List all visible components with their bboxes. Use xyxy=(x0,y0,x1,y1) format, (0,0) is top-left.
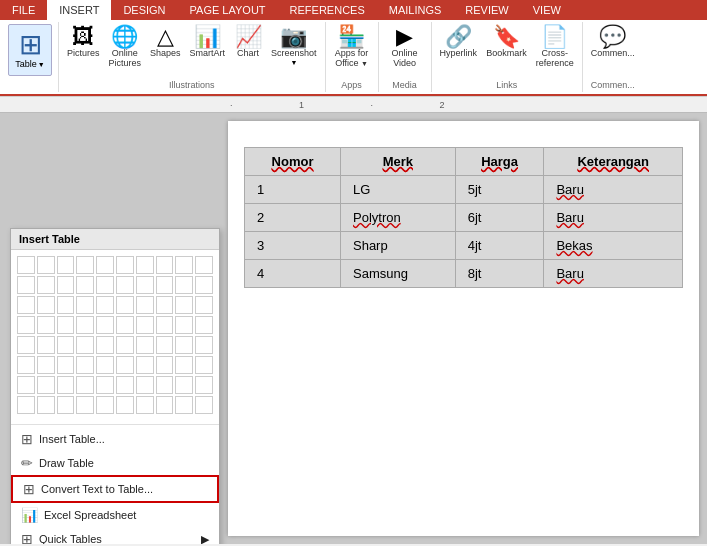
grid-cell[interactable] xyxy=(37,336,55,354)
grid-cell[interactable] xyxy=(17,336,35,354)
grid-cell[interactable] xyxy=(195,356,213,374)
grid-cell[interactable] xyxy=(37,256,55,274)
grid-cell[interactable] xyxy=(57,376,75,394)
grid-cell[interactable] xyxy=(116,316,134,334)
grid-cell[interactable] xyxy=(37,316,55,334)
draw-table-menu-item[interactable]: ✏ Draw Table xyxy=(11,451,219,475)
grid-cell[interactable] xyxy=(175,316,193,334)
cross-reference-button[interactable]: 📄 Cross-reference xyxy=(532,24,578,71)
grid-cell[interactable] xyxy=(175,376,193,394)
grid-cell[interactable] xyxy=(76,316,94,334)
quick-tables-menu-item[interactable]: ⊞ Quick Tables ▶ xyxy=(11,527,219,544)
grid-cell[interactable] xyxy=(156,396,174,414)
grid-cell[interactable] xyxy=(96,336,114,354)
grid-cell[interactable] xyxy=(57,356,75,374)
grid-cell[interactable] xyxy=(156,296,174,314)
grid-cell[interactable] xyxy=(195,376,213,394)
insert-table-menu-item[interactable]: ⊞ Insert Table... xyxy=(11,427,219,451)
grid-cell[interactable] xyxy=(175,296,193,314)
grid-cell[interactable] xyxy=(175,336,193,354)
online-pictures-button[interactable]: 🌐 OnlinePictures xyxy=(105,24,146,71)
grid-cell[interactable] xyxy=(17,396,35,414)
grid-cell[interactable] xyxy=(96,256,114,274)
grid-cell[interactable] xyxy=(57,276,75,294)
smartart-button[interactable]: 📊 SmartArt xyxy=(186,24,230,71)
bookmark-button[interactable]: 🔖 Bookmark xyxy=(482,24,531,71)
screenshot-button[interactable]: 📷 Screenshot ▼ xyxy=(267,24,321,71)
hyperlink-button[interactable]: 🔗 Hyperlink xyxy=(436,24,482,71)
grid-cell[interactable] xyxy=(37,276,55,294)
table-button[interactable]: ⊞ Table ▼ xyxy=(8,24,52,76)
grid-cell[interactable] xyxy=(37,356,55,374)
grid-cell[interactable] xyxy=(116,276,134,294)
grid-cell[interactable] xyxy=(175,276,193,294)
grid-cell[interactable] xyxy=(156,356,174,374)
grid-cell[interactable] xyxy=(76,356,94,374)
grid-cell[interactable] xyxy=(116,356,134,374)
chart-button[interactable]: 📈 Chart xyxy=(230,24,266,71)
grid-cell[interactable] xyxy=(116,256,134,274)
grid-cell[interactable] xyxy=(17,376,35,394)
shapes-button[interactable]: △ Shapes xyxy=(146,24,185,71)
grid-cell[interactable] xyxy=(17,296,35,314)
tab-view[interactable]: VIEW xyxy=(521,0,573,20)
grid-cell[interactable] xyxy=(17,256,35,274)
grid-cell[interactable] xyxy=(156,256,174,274)
grid-cell[interactable] xyxy=(156,336,174,354)
grid-cell[interactable] xyxy=(156,316,174,334)
grid-cell[interactable] xyxy=(136,336,154,354)
pictures-button[interactable]: 🖼 Pictures xyxy=(63,24,104,71)
grid-cell[interactable] xyxy=(37,296,55,314)
apps-for-office-button[interactable]: 🏪 Apps forOffice ▼ xyxy=(330,24,374,71)
grid-cell[interactable] xyxy=(17,356,35,374)
grid-cell[interactable] xyxy=(96,316,114,334)
grid-cell[interactable] xyxy=(156,376,174,394)
tab-design[interactable]: DESIGN xyxy=(111,0,177,20)
grid-cell[interactable] xyxy=(175,356,193,374)
grid-cell[interactable] xyxy=(175,396,193,414)
grid-cell[interactable] xyxy=(136,356,154,374)
tab-review[interactable]: REVIEW xyxy=(453,0,520,20)
grid-cell[interactable] xyxy=(116,396,134,414)
excel-spreadsheet-menu-item[interactable]: 📊 Excel Spreadsheet xyxy=(11,503,219,527)
grid-cell[interactable] xyxy=(57,336,75,354)
grid-cell[interactable] xyxy=(136,276,154,294)
grid-cell[interactable] xyxy=(195,336,213,354)
online-video-button[interactable]: ▶ OnlineVideo xyxy=(383,24,427,71)
grid-cell[interactable] xyxy=(96,276,114,294)
grid-cell[interactable] xyxy=(96,376,114,394)
grid-cell[interactable] xyxy=(136,316,154,334)
convert-text-to-table-menu-item[interactable]: ⊞ Convert Text to Table... xyxy=(11,475,219,503)
grid-cell[interactable] xyxy=(57,256,75,274)
grid-cell[interactable] xyxy=(195,256,213,274)
grid-cell[interactable] xyxy=(76,276,94,294)
grid-cell[interactable] xyxy=(175,256,193,274)
grid-cell[interactable] xyxy=(37,396,55,414)
grid-cell[interactable] xyxy=(37,376,55,394)
grid-cell[interactable] xyxy=(76,396,94,414)
grid-cell[interactable] xyxy=(136,296,154,314)
tab-file[interactable]: FILE xyxy=(0,0,47,20)
grid-cell[interactable] xyxy=(57,316,75,334)
grid-cell[interactable] xyxy=(195,316,213,334)
comment-button[interactable]: 💬 Commen... xyxy=(587,24,639,61)
grid-cell[interactable] xyxy=(195,296,213,314)
tab-references[interactable]: REFERENCES xyxy=(278,0,377,20)
tab-page-layout[interactable]: PAGE LAYOUT xyxy=(178,0,278,20)
grid-cell[interactable] xyxy=(76,336,94,354)
grid-cell[interactable] xyxy=(195,276,213,294)
grid-cell[interactable] xyxy=(76,376,94,394)
grid-cell[interactable] xyxy=(116,376,134,394)
grid-cell[interactable] xyxy=(156,276,174,294)
grid-cell[interactable] xyxy=(57,296,75,314)
grid-cell[interactable] xyxy=(57,396,75,414)
grid-cell[interactable] xyxy=(136,376,154,394)
grid-cell[interactable] xyxy=(96,396,114,414)
grid-cell[interactable] xyxy=(76,256,94,274)
grid-cell[interactable] xyxy=(17,316,35,334)
grid-cell[interactable] xyxy=(116,296,134,314)
tab-mailings[interactable]: MAILINGS xyxy=(377,0,454,20)
grid-cell[interactable] xyxy=(17,276,35,294)
grid-cell[interactable] xyxy=(136,256,154,274)
grid-cell[interactable] xyxy=(96,356,114,374)
